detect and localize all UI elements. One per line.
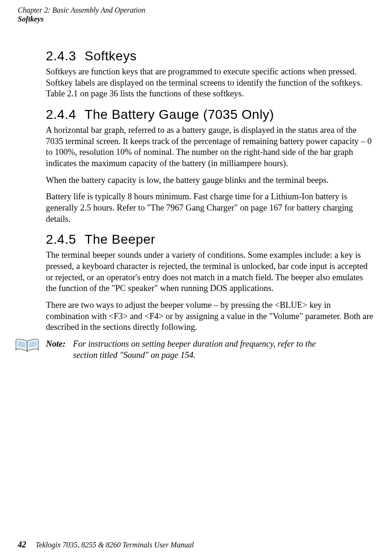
body-paragraph: When the battery capacity is low, the ba…	[46, 175, 373, 186]
body-paragraph: A horizontal bar graph, referred to as a…	[46, 125, 373, 169]
header-topic: Softkeys	[18, 15, 145, 23]
manual-title: Teklogix 7035, 8255 & 8260 Terminals Use…	[36, 541, 194, 549]
note-label: Note:	[46, 339, 73, 350]
page-number: 42	[18, 540, 26, 549]
section-heading-battery-gauge: 2.4.4The Battery Gauge (7035 Only)	[46, 107, 373, 122]
section-number: 2.4.3	[46, 49, 76, 64]
note-body-line: For instructions on setting beeper durat…	[73, 339, 316, 349]
section-heading-softkeys: 2.4.3Softkeys	[46, 49, 373, 64]
section-number: 2.4.4	[46, 107, 76, 122]
note-text: Note:For instructions on setting beeper …	[46, 339, 373, 350]
section-number: 2.4.5	[46, 232, 76, 247]
section-title: The Battery Gauge (7035 Only)	[85, 107, 274, 122]
page-footer: 42Teklogix 7035, 8255 & 8260 Terminals U…	[18, 540, 194, 550]
book-icon	[15, 338, 39, 354]
section-heading-beeper: 2.4.5The Beeper	[46, 232, 373, 247]
section-title: The Beeper	[85, 232, 155, 247]
body-paragraph: The terminal beeper sounds under a varie…	[46, 250, 373, 294]
body-paragraph: Battery life is typically 8 hours minimu…	[46, 191, 373, 225]
section-title: Softkeys	[85, 49, 137, 63]
page-content: 2.4.3Softkeys Softkeys are function keys…	[46, 41, 373, 361]
note-block: Note:For instructions on setting beeper …	[46, 339, 373, 361]
note-body-line: section titled "Sound" on page 154.	[46, 350, 373, 361]
body-paragraph: Softkeys are function keys that are prog…	[46, 66, 373, 100]
page-header: Chapter 2: Basic Assembly And Operation …	[18, 6, 145, 23]
chapter-label: Chapter 2: Basic Assembly And Operation	[18, 6, 145, 15]
body-paragraph: There are two ways to adjust the beeper …	[46, 300, 373, 333]
